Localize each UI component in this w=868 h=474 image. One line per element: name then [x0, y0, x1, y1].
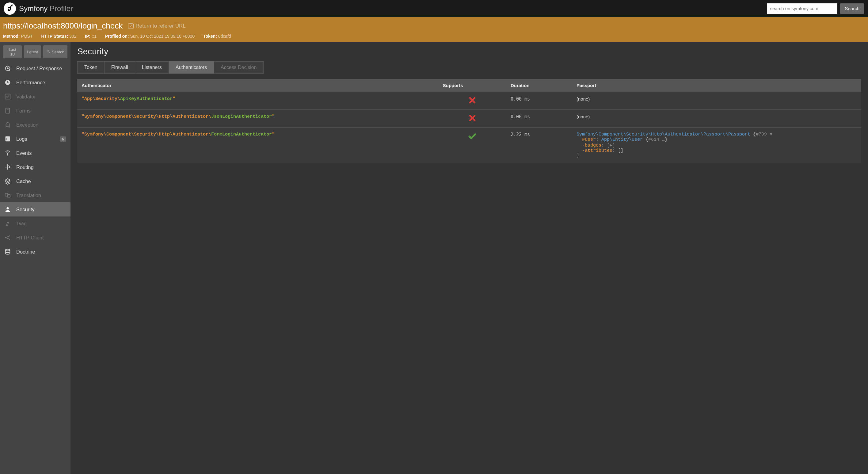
summary-meta: Method: POST HTTP Status: 302 IP: ::1 Pr…: [3, 34, 865, 39]
svg-point-4: [8, 69, 10, 71]
sidebar-item-forms[interactable]: Forms: [0, 103, 70, 118]
sidebar-item-request[interactable]: Request / Response: [0, 61, 70, 76]
status-label: HTTP Status:: [41, 34, 68, 39]
x-icon: [468, 118, 476, 123]
user-icon: [4, 206, 12, 213]
passport-cell: Symfony\Component\Security\Http\Authenti…: [572, 127, 861, 163]
ip-value[interactable]: ::1: [92, 34, 97, 39]
search-button[interactable]: Search: [840, 3, 864, 14]
sidebar-item-validator[interactable]: Validator: [0, 90, 70, 103]
search-icon: [46, 49, 50, 54]
check-icon: [468, 136, 476, 141]
authenticators-table: Authenticator Supports Duration Passport…: [77, 79, 861, 163]
th-passport: Passport: [572, 79, 861, 92]
expand-icon: ⤢: [128, 23, 134, 29]
ip-label: IP:: [85, 34, 90, 39]
network-icon: [4, 234, 12, 241]
passport-cell: (none): [572, 92, 861, 110]
svg-point-18: [5, 237, 6, 238]
sidebar-item-routing[interactable]: Routing: [0, 160, 70, 174]
tab-token[interactable]: Token: [77, 61, 104, 73]
user-class[interactable]: App\Entity\User: [601, 137, 643, 142]
authenticator-cell: "Symfony\Component\Security\Http\Authent…: [77, 110, 439, 127]
sidebar-item-label: Routing: [16, 164, 66, 170]
logo-group[interactable]: Symfony Profiler: [4, 2, 73, 15]
sidebar-item-translation[interactable]: Translation: [0, 188, 70, 202]
translation-icon: [4, 192, 12, 199]
collapse-toggle[interactable]: ▼: [770, 132, 772, 137]
svg-point-19: [9, 235, 10, 237]
sidebar-item-label: Validator: [16, 94, 66, 100]
sidebar-search-label: Search: [52, 50, 64, 54]
token-label: Token:: [203, 34, 217, 39]
svg-line-22: [6, 238, 9, 239]
sidebar-item-doctrine[interactable]: Doctrine: [0, 245, 70, 259]
twig-icon: [4, 220, 12, 227]
th-duration: Duration: [506, 79, 572, 92]
sidebar-item-httpclient[interactable]: HTTP Client: [0, 231, 70, 245]
svg-point-17: [6, 207, 8, 209]
sidebar-item-cache[interactable]: Cache: [0, 174, 70, 188]
sidebar-item-twig[interactable]: Twig: [0, 216, 70, 231]
logs-icon: [4, 136, 12, 142]
sidebar-item-label: Security: [16, 207, 66, 212]
sidebar-item-label: Exception: [16, 122, 66, 128]
method-value: POST: [21, 34, 32, 39]
referer-label: Return to referer URL: [135, 23, 185, 29]
tab-firewall[interactable]: Firewall: [104, 61, 135, 73]
logs-badge: 6: [60, 137, 66, 142]
sidebar-item-label: Request / Response: [16, 66, 66, 71]
brand-sub: Profiler: [50, 4, 73, 12]
table-row: "App\Security\ApiKeyAuthenticator" 0.00 …: [77, 92, 861, 110]
ghost-icon: [4, 121, 12, 128]
svg-point-23: [5, 249, 10, 251]
tab-access-decision[interactable]: Access Decision: [214, 61, 264, 73]
tab-authenticators[interactable]: Authenticators: [169, 61, 214, 73]
tab-listeners[interactable]: Listeners: [135, 61, 169, 73]
clipboard-icon: [4, 107, 12, 114]
sidebar-item-events[interactable]: Events: [0, 146, 70, 160]
passport-class[interactable]: Symfony\Component\Security\Http\Authenti…: [577, 132, 750, 137]
duration-cell: 2.22 ms: [506, 127, 572, 163]
svg-point-20: [9, 239, 10, 240]
svg-point-3: [7, 67, 8, 69]
svg-rect-10: [5, 137, 10, 142]
svg-line-21: [6, 236, 9, 237]
last10-button[interactable]: Last 10: [3, 46, 22, 58]
duration-cell: 0.00 ms: [506, 110, 572, 127]
status-value: 302: [69, 34, 76, 39]
passport-id: #799: [756, 132, 767, 137]
brand-main: Symfony: [19, 4, 48, 12]
return-referer-link[interactable]: ⤢ Return to referer URL: [128, 23, 185, 29]
sidebar-item-exception[interactable]: Exception: [0, 118, 70, 132]
sidebar-search-button[interactable]: Search: [43, 46, 67, 58]
sidebar-item-label: Doctrine: [16, 249, 66, 255]
layers-icon: [4, 178, 12, 184]
search-input[interactable]: [767, 3, 837, 14]
sidebar: Last 10 Latest Search Request / Response…: [0, 42, 70, 474]
duration-cell: 0.00 ms: [506, 92, 572, 110]
expand-toggle[interactable]: ▶: [610, 143, 612, 148]
symfony-logo-icon: [4, 2, 16, 15]
sidebar-item-label: Twig: [16, 221, 66, 227]
tabs: Token Firewall Listeners Authenticators …: [77, 61, 861, 73]
sidebar-item-label: Events: [16, 150, 66, 156]
sidebar-item-logs[interactable]: Logs 6: [0, 132, 70, 146]
table-row: "Symfony\Component\Security\Http\Authent…: [77, 127, 861, 163]
sidebar-item-security[interactable]: Security: [0, 202, 70, 216]
supports-cell: [439, 92, 506, 110]
token-value[interactable]: 0dcafd: [218, 34, 231, 39]
svg-rect-16: [7, 195, 10, 197]
topbar: Symfony Profiler Search: [0, 0, 868, 17]
gear-icon: [4, 65, 12, 72]
th-authenticator: Authenticator: [77, 79, 439, 92]
authenticator-cell: "App\Security\ApiKeyAuthenticator": [77, 92, 439, 110]
content-area: Security Token Firewall Listeners Authen…: [70, 42, 868, 474]
supports-cell: [439, 110, 506, 127]
sidebar-item-label: Performance: [16, 80, 66, 86]
latest-button[interactable]: Latest: [24, 46, 41, 58]
sidebar-item-performance[interactable]: Performance: [0, 76, 70, 90]
page-title: Security: [77, 47, 861, 56]
sidebar-item-label: Cache: [16, 178, 66, 184]
x-icon: [468, 100, 476, 105]
